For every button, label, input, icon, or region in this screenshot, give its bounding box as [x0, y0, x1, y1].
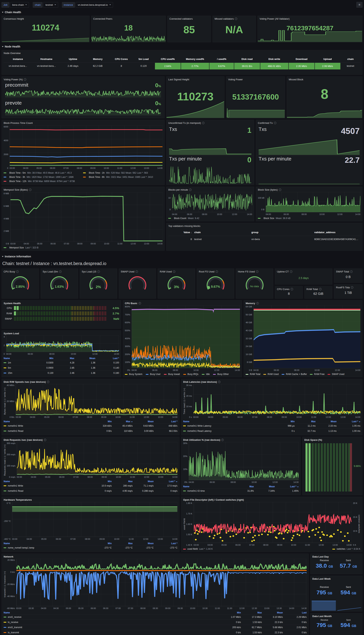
- panel-title[interactable]: Block Process Time Count: [4, 122, 162, 124]
- column-header[interactable]: Hostname: [32, 56, 61, 62]
- column-header[interactable]: / used%: [209, 56, 234, 62]
- panel-title[interactable]: SWAP Totali: [336, 270, 360, 273]
- legend-item[interactable]: Busy Iowait: [164, 373, 180, 375]
- disk-requests-chart[interactable]: [17, 442, 178, 475]
- panel-title[interactable]: Missed Block: [289, 78, 360, 81]
- legend-header[interactable]: Mean: [133, 480, 154, 483]
- memory-chart[interactable]: [254, 305, 360, 368]
- panel-title[interactable]: CPU Coresi: [277, 288, 301, 291]
- panel-title[interactable]: Top validators missing blocks: [168, 225, 360, 228]
- legend-item[interactable]: Busy IRQs: [183, 373, 198, 375]
- info-icon[interactable]: i: [256, 302, 259, 305]
- info-icon[interactable]: i: [47, 381, 49, 383]
- legend-header[interactable]: Max: [241, 611, 262, 614]
- legend-header-sorted[interactable]: Last *: [275, 485, 299, 488]
- legend-header[interactable]: Max: [233, 485, 254, 488]
- info-icon[interactable]: i: [279, 188, 281, 191]
- legend-row[interactable]: nvme0n1 Read0 B/s110 kB/s3.00 kB/s68.3 B…: [4, 428, 178, 434]
- legend-header-sorted[interactable]: Last *: [154, 480, 178, 483]
- legend-row[interactable]: ens5_transmit205 kb/s62.7 Mb/s5.68 Mb/s2…: [4, 625, 307, 630]
- legend-item[interactable]: Busy User: [146, 373, 160, 375]
- info-icon[interactable]: i: [98, 270, 100, 273]
- legend-header[interactable]: Mean: [133, 542, 154, 545]
- legend-row[interactable]: 15m0.1302.461.360.160: [4, 370, 119, 375]
- column-header-address[interactable]: validator_address: [313, 229, 360, 236]
- legend-header[interactable]: Name: [183, 485, 233, 488]
- hardware-temps-chart[interactable]: [12, 502, 178, 537]
- panel-title[interactable]: Disk Utilization % (raw devices)i: [183, 439, 299, 441]
- legend-header[interactable]: Min: [91, 480, 112, 483]
- column-header[interactable]: Uptime: [60, 56, 86, 62]
- column-header[interactable]: instance: [4, 56, 32, 62]
- panel-title[interactable]: RootFS Totai: [336, 286, 360, 289]
- panel-title[interactable]: Network: [4, 555, 307, 558]
- legend-row[interactable]: 1m0.03004.281.360.100: [4, 360, 119, 365]
- column-header[interactable]: 5m Load: [132, 56, 155, 62]
- panel-title[interactable]: Last Signed Height: [168, 78, 222, 81]
- panel-title[interactable]: Mempool Size (Bytes)i: [4, 188, 162, 191]
- legend-item[interactable]: Block Time - 6hMin: 3321 Max: 3451 Mean:…: [83, 175, 162, 179]
- panel-title[interactable]: Confirmed Txi: [256, 120, 362, 126]
- panel-title[interactable]: Data Last Day: [312, 555, 360, 558]
- info-icon[interactable]: i: [202, 122, 204, 124]
- panel-title[interactable]: Disk R/W Speeds /sec (raw devices)i: [4, 380, 178, 383]
- info-icon[interactable]: i: [216, 270, 218, 273]
- column-header[interactable]: CPU used%: [155, 56, 181, 62]
- disk-rw-chart[interactable]: [16, 384, 178, 415]
- job-variable-dropdown[interactable]: bera-chain: [10, 2, 29, 8]
- legend-item[interactable]: RAM Total: [246, 373, 260, 375]
- legend-header[interactable]: Last *: [154, 542, 178, 545]
- info-icon[interactable]: i: [44, 439, 46, 441]
- section-chain-health[interactable]: Chain Health: [2, 11, 362, 14]
- panel-title[interactable]: Disk Space (%): [304, 439, 360, 441]
- network-chart[interactable]: [16, 559, 307, 606]
- legend-header[interactable]: Min: [91, 420, 112, 423]
- column-header[interactable]: Disk read: [234, 56, 260, 62]
- panel-title[interactable]: Missed validatorsi: [214, 17, 254, 20]
- panel-title[interactable]: Open File Descriptor (left) / Context sw…: [183, 498, 360, 501]
- system-load-chart[interactable]: [6, 336, 119, 352]
- panel-title[interactable]: CPU Basici: [125, 302, 240, 305]
- info-icon[interactable]: i: [189, 188, 192, 191]
- panel-title[interactable]: SWAP Usedi: [121, 270, 154, 273]
- legend-item[interactable]: Busy System: [125, 373, 142, 375]
- legend-header[interactable]: Min: [91, 542, 112, 545]
- panel-title[interactable]: Hardware Temperatures: [4, 498, 178, 501]
- column-header-group[interactable]: group: [250, 229, 313, 236]
- panel-title[interactable]: Root FS Usedi: [199, 270, 232, 273]
- legend-header[interactable]: Last *: [154, 420, 178, 423]
- panel-title[interactable]: Data Last Week: [312, 577, 360, 580]
- column-header[interactable]: Disk write: [260, 56, 289, 62]
- blocks-per-minute-chart[interactable]: [172, 192, 252, 212]
- panel-title[interactable]: CPU Busyi: [4, 270, 37, 273]
- section-instance-information[interactable]: Instance Information: [2, 255, 362, 258]
- info-icon[interactable]: i: [256, 270, 258, 273]
- info-icon[interactable]: i: [138, 302, 141, 305]
- info-icon[interactable]: i: [319, 288, 322, 290]
- legend-row[interactable]: lo_receive0 b/s1.53 kb/s22.3 b/s0 b/s: [4, 619, 307, 625]
- panel-title[interactable]: Disk Requests /sec (raw devices)i: [4, 439, 178, 441]
- panel-title[interactable]: System Load: [4, 332, 119, 335]
- legend-header[interactable]: Max: [53, 357, 74, 360]
- legend-item[interactable]: Mempool SizeLast *: 323 B: [4, 246, 162, 249]
- legend-header[interactable]: Min: [32, 357, 53, 360]
- panel-title[interactable]: Connected Peers: [93, 17, 164, 20]
- info-icon[interactable]: i: [235, 18, 237, 20]
- legend-item[interactable]: RAM Free: [310, 373, 324, 375]
- legend-item[interactable]: used filefd Last *: 1.44 K: [183, 548, 213, 550]
- legend-header[interactable]: Name: [4, 480, 91, 483]
- legend-item[interactable]: Block CountMean: 9.42: [168, 217, 252, 220]
- legend-header[interactable]: Name: [4, 542, 91, 545]
- legend-item[interactable]: switches Last *: 8.54 K: [332, 548, 360, 550]
- panel-title[interactable]: RAM Usedi: [160, 270, 193, 273]
- column-header[interactable]: Memory used%: [181, 56, 210, 62]
- legend-header[interactable]: Name: [4, 357, 32, 360]
- legend-item[interactable]: Block Time - 3hMin: 1620 Max: 1732 Mean:…: [4, 175, 83, 179]
- info-icon[interactable]: i: [59, 270, 62, 273]
- panel-title[interactable]: Sys Load (5mi: [43, 270, 76, 273]
- legend-header[interactable]: Mean: [74, 357, 95, 360]
- column-header[interactable]: CPU Cores: [110, 56, 132, 62]
- legend-header[interactable]: Min: [220, 611, 241, 614]
- legend-header[interactable]: Mean: [316, 420, 336, 423]
- legend-header[interactable]: Min: [274, 420, 295, 423]
